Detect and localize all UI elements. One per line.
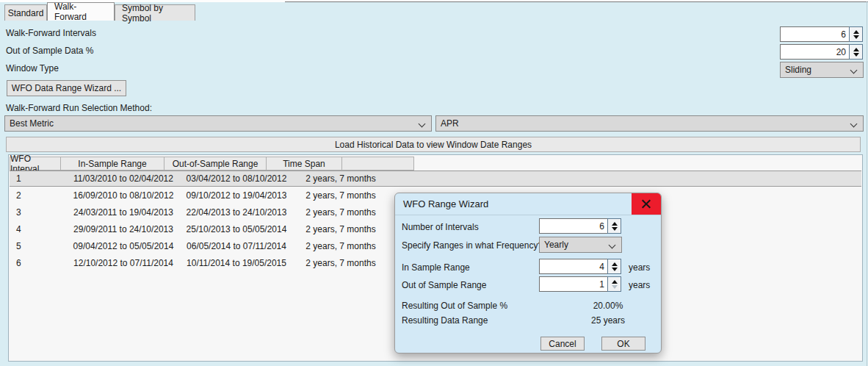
spin-down-icon[interactable] bbox=[853, 53, 859, 57]
in-sample-spin-buttons[interactable] bbox=[607, 259, 621, 274]
number-of-intervals-label: Number of Intervals bbox=[402, 222, 479, 232]
walk-forward-intervals-label: Walk-Forward Intervals bbox=[6, 28, 96, 39]
chevron-down-icon bbox=[609, 242, 616, 249]
cell-time-span: 2 years, 7 months bbox=[305, 241, 375, 251]
cell-time-span: 2 years, 7 months bbox=[305, 190, 375, 201]
out-of-sample-pct-input[interactable] bbox=[780, 44, 850, 60]
resulting-oos-value: 20.00% bbox=[571, 301, 645, 311]
close-icon bbox=[642, 199, 651, 209]
cell-in-sample: 12/10/2012 to 07/11/2014 bbox=[73, 258, 173, 268]
cell-out-sample: 10/11/2014 to 19/05/2015 bbox=[187, 258, 286, 268]
out-of-sample-pct-stepper bbox=[780, 44, 863, 60]
in-sample-unit-label: years bbox=[629, 262, 650, 273]
cell-out-sample: 06/05/2014 to 07/11/2014 bbox=[187, 241, 286, 251]
table-header-row: WFO Interval In-Sample Range Out-of-Samp… bbox=[10, 157, 414, 171]
cell-interval: 1 bbox=[16, 173, 21, 184]
cell-interval: 6 bbox=[16, 258, 21, 268]
in-sample-range-label: In Sample Range bbox=[402, 262, 470, 273]
dialog-titlebar[interactable]: WFO Range Wizard bbox=[395, 193, 661, 215]
chevron-down-icon bbox=[419, 121, 426, 128]
column-header-empty[interactable] bbox=[342, 157, 414, 171]
right-border-line bbox=[867, 1, 867, 366]
cell-out-sample: 25/10/2013 to 05/05/2014 bbox=[187, 224, 287, 234]
oos-spin-buttons[interactable] bbox=[849, 44, 863, 60]
out-sample-spin-buttons[interactable] bbox=[607, 276, 621, 292]
load-historical-data-bar[interactable]: Load Historical Data to view Window Date… bbox=[6, 137, 861, 152]
chevron-down-icon bbox=[850, 121, 858, 128]
number-of-intervals-stepper bbox=[539, 218, 621, 234]
in-sample-range-stepper bbox=[539, 259, 621, 274]
spin-up-icon[interactable] bbox=[612, 222, 618, 226]
chevron-down-icon bbox=[850, 67, 858, 74]
column-header-out-of-sample[interactable]: Out-of-Sample Range bbox=[164, 157, 267, 171]
cell-out-sample: 22/04/2013 to 24/10/2013 bbox=[187, 207, 287, 218]
cell-in-sample: 09/04/2012 to 05/05/2014 bbox=[73, 241, 174, 251]
dialog-title: WFO Range Wizard bbox=[403, 198, 488, 209]
close-button[interactable] bbox=[632, 193, 661, 215]
in-sample-range-input[interactable] bbox=[539, 259, 608, 274]
run-selection-metric-select[interactable]: APR bbox=[435, 115, 864, 132]
outer-border-line bbox=[285, 1, 868, 2]
walk-forward-intervals-stepper bbox=[780, 26, 863, 42]
tab-standard[interactable]: Standard bbox=[4, 4, 47, 21]
spin-down-icon[interactable] bbox=[612, 227, 618, 231]
resulting-data-range-label: Resulting Data Range bbox=[402, 315, 488, 326]
cell-time-span: 2 years, 7 months bbox=[305, 258, 375, 268]
run-selection-method-select[interactable]: Best Metric bbox=[4, 115, 432, 132]
out-of-sample-pct-label: Out of Sample Data % bbox=[6, 46, 93, 57]
frequency-select[interactable]: Yearly bbox=[539, 237, 622, 253]
frequency-value: Yearly bbox=[544, 240, 568, 250]
cell-interval: 4 bbox=[16, 224, 21, 234]
ok-button[interactable]: OK bbox=[601, 337, 645, 351]
out-of-sample-unit-label: years bbox=[629, 280, 650, 290]
run-selection-method-label: Walk-Forward Run Selection Method: bbox=[6, 103, 152, 114]
cell-out-sample: 03/04/2012 to 08/10/2012 bbox=[187, 173, 287, 184]
cell-in-sample: 11/03/2010 to 02/04/2012 bbox=[73, 173, 173, 184]
out-of-sample-range-label: Out of Sample Range bbox=[402, 280, 486, 290]
cell-interval: 5 bbox=[16, 241, 21, 251]
cell-in-sample: 24/03/2011 to 19/04/2013 bbox=[73, 207, 173, 218]
cancel-button[interactable]: Cancel bbox=[540, 337, 585, 351]
table-row[interactable]: 1 11/03/2010 to 02/04/2012 03/04/2012 to… bbox=[10, 171, 861, 187]
wfo-data-range-wizard-button[interactable]: WFO Data Range Wizard ... bbox=[7, 80, 126, 96]
wfo-range-wizard-dialog: WFO Range Wizard Number of Intervals Spe… bbox=[394, 193, 662, 354]
cell-interval: 3 bbox=[16, 207, 21, 218]
cell-time-span: 2 years, 7 months bbox=[305, 224, 375, 234]
spin-down-icon[interactable] bbox=[853, 35, 859, 39]
spin-up-icon[interactable] bbox=[612, 280, 618, 284]
column-header-wfo-interval[interactable]: WFO Interval bbox=[10, 157, 61, 171]
spin-down-disabled-icon bbox=[612, 285, 618, 289]
out-of-sample-range-input[interactable] bbox=[539, 276, 608, 292]
cell-out-sample: 09/10/2012 to 19/04/2013 bbox=[187, 190, 287, 201]
run-selection-method-value: Best Metric bbox=[10, 118, 54, 129]
intervals-spin-buttons[interactable] bbox=[849, 26, 863, 42]
cell-time-span: 2 years, 7 months bbox=[305, 173, 375, 184]
spin-down-icon[interactable] bbox=[612, 268, 618, 271]
resulting-oos-label: Resulting Out of Sample % bbox=[402, 301, 507, 311]
spin-up-icon[interactable] bbox=[853, 30, 859, 34]
cell-in-sample: 29/09/2011 to 24/10/2013 bbox=[73, 224, 173, 234]
cell-interval: 2 bbox=[16, 190, 21, 201]
tab-symbol-by-symbol[interactable]: Symbol by Symbol bbox=[115, 4, 195, 21]
resulting-data-range-value: 25 years bbox=[571, 315, 645, 326]
window-type-value: Sliding bbox=[785, 65, 811, 75]
spin-up-icon[interactable] bbox=[853, 48, 859, 51]
tab-walk-forward[interactable]: Walk-Forward bbox=[47, 2, 115, 21]
cell-time-span: 2 years, 7 months bbox=[305, 207, 375, 218]
spin-up-icon[interactable] bbox=[612, 262, 618, 266]
column-header-in-sample[interactable]: In-Sample Range bbox=[61, 157, 164, 171]
cell-in-sample: 16/09/2010 to 08/10/2012 bbox=[73, 190, 174, 201]
frequency-label: Specify Ranges in what Frequency? bbox=[402, 240, 543, 251]
number-of-intervals-input[interactable] bbox=[539, 218, 608, 234]
column-header-time-span[interactable]: Time Span bbox=[267, 157, 342, 171]
window-type-label: Window Type bbox=[6, 63, 59, 74]
intervals-spin-buttons[interactable] bbox=[607, 218, 621, 234]
walk-forward-settings-panel: Standard Walk-Forward Symbol by Symbol W… bbox=[0, 0, 868, 366]
window-type-select[interactable]: Sliding bbox=[780, 62, 864, 78]
walk-forward-intervals-input[interactable] bbox=[780, 26, 850, 42]
run-selection-metric-value: APR bbox=[441, 118, 459, 129]
out-of-sample-range-stepper bbox=[539, 276, 621, 292]
